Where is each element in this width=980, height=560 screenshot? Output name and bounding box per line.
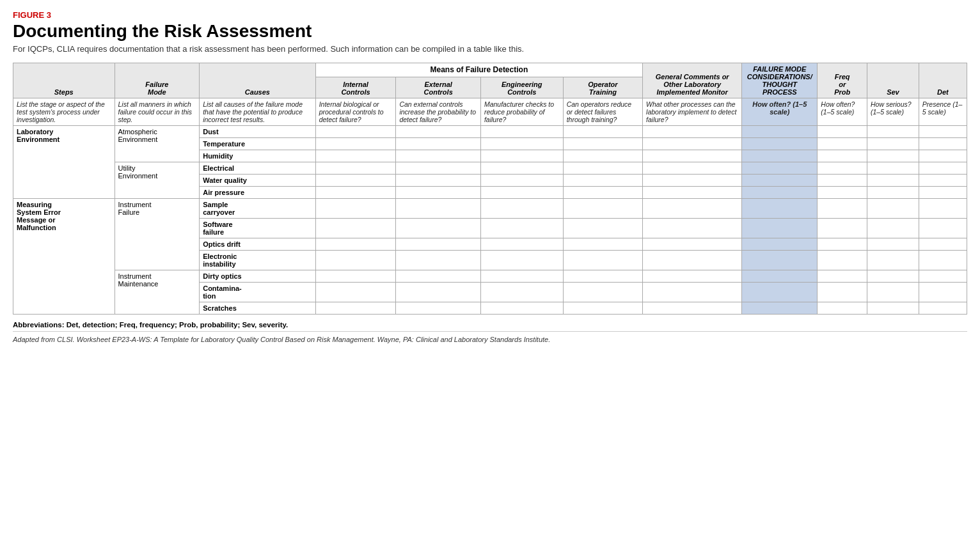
table-row: MeasuringSystem ErrorMessage orMalfuncti… [13, 199, 967, 219]
desc-operator: Can operators reduce or detect failures … [563, 98, 642, 126]
col-header-det: Det [919, 63, 967, 98]
step-measuring: MeasuringSystem ErrorMessage orMalfuncti… [13, 199, 115, 315]
cause-dust: Dust [200, 126, 315, 138]
col-header-failure-mode: FailureMode [115, 63, 200, 98]
cause-contamination: Contamina-tion [200, 283, 315, 302]
col-header-internal: InternalControls [315, 77, 396, 98]
cause-humidity: Humidity [200, 150, 315, 162]
table-row: UtilityEnvironment Electrical [13, 162, 967, 175]
description-row: List the stage or aspect of the test sys… [13, 98, 967, 126]
failure-mode-instrument-maintenance: InstrumentMaintenance [115, 270, 200, 315]
col-header-sev: Sev [867, 63, 919, 98]
col-header-causes: Causes [200, 63, 315, 98]
main-title: Documenting the Risk Assessment [13, 21, 967, 42]
step-lab-env: LaboratoryEnvironment [13, 126, 115, 199]
col-header-external: ExternalControls [396, 77, 481, 98]
col-header-failure-mode-considerations: FAILURE MODECONSIDERATIONS/THOUGHTPROCES… [742, 63, 818, 98]
desc-general: What other processes can the laboratory … [643, 98, 742, 126]
col-header-operator: OperatorTraining [563, 77, 642, 98]
adapted-text: Adapted from CLSI. Worksheet EP23-A-WS: … [13, 331, 967, 343]
cause-air-pressure: Air pressure [200, 187, 315, 199]
cause-water-quality: Water quality [200, 175, 315, 187]
subtitle: For IQCPs, CLIA requires documentation t… [13, 44, 967, 54]
col-header-engineering: EngineeringControls [480, 77, 563, 98]
cause-electrical: Electrical [200, 162, 315, 175]
risk-assessment-table: Steps FailureMode Causes Means of Failur… [13, 63, 967, 315]
failure-mode-utility: UtilityEnvironment [115, 162, 200, 199]
failure-mode-atmospheric: AtmosphericEnvironment [115, 126, 200, 162]
abbreviations: Abbreviations: Det, detection; Freq, fre… [13, 321, 967, 329]
cause-scratches: Scratches [200, 302, 315, 315]
cause-dirty-optics: Dirty optics [200, 270, 315, 283]
desc-engineering: Manufacturer checks to reduce probabilit… [480, 98, 563, 126]
desc-steps: List the stage or aspect of the test sys… [13, 98, 115, 126]
means-detection-header: Means of Failure Detection [315, 63, 642, 77]
cause-sample-carryover: Samplecarryover [200, 199, 315, 219]
desc-det: Presence (1–5 scale) [919, 98, 967, 126]
col-header-steps: Steps [13, 63, 115, 98]
cause-temperature: Temperature [200, 138, 315, 150]
col-header-general-comments: General Comments or Other Laboratory Imp… [643, 63, 742, 98]
table-row: LaboratoryEnvironment AtmosphericEnviron… [13, 126, 967, 138]
table-row: InstrumentMaintenance Dirty optics [13, 270, 967, 283]
col-header-freq-prob: FreqorProb [818, 63, 867, 98]
figure-label: FIGURE 3 [13, 10, 967, 20]
desc-causes: List all causes of the failure mode that… [200, 98, 315, 126]
desc-external: Can external controls increase the proba… [396, 98, 481, 126]
desc-thought: How often? (1–5 scale) [742, 98, 818, 126]
cause-software-failure: Softwarefailure [200, 219, 315, 238]
cause-optics-drift: Optics drift [200, 238, 315, 251]
desc-failure-mode: List all manners in which failure could … [115, 98, 200, 126]
desc-freq: How often? (1–5 scale) [818, 98, 867, 126]
desc-internal: Internal biological or procedural contro… [315, 98, 396, 126]
desc-sev: How serious? (1–5 scale) [867, 98, 919, 126]
failure-mode-instrument-failure: InstrumentFailure [115, 199, 200, 270]
cause-electronic-instability: Electronicinstability [200, 251, 315, 270]
